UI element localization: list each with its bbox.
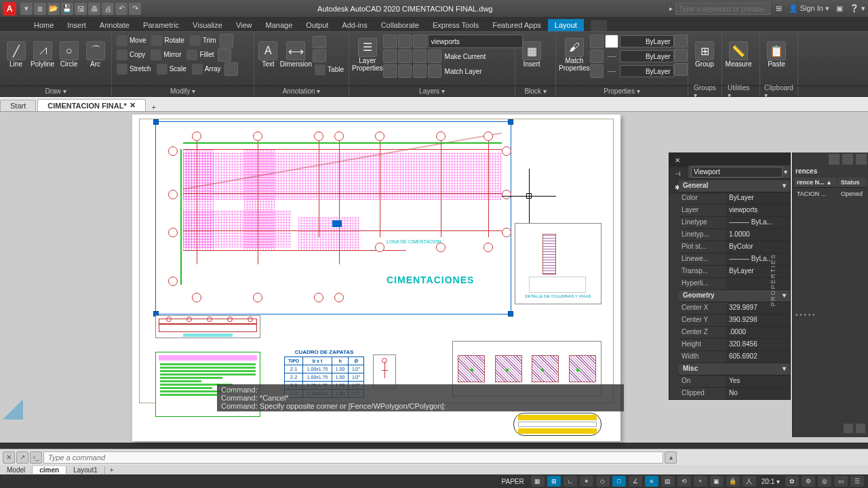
trim-button[interactable]: Trim bbox=[188, 34, 218, 47]
lweight-bylayer-select[interactable]: ByLayer bbox=[620, 50, 674, 62]
viewport-section[interactable] bbox=[155, 315, 260, 338]
snap-toggle-icon[interactable]: ⊞ bbox=[547, 476, 561, 487]
modify-ext3-icon[interactable] bbox=[224, 62, 238, 76]
color-white-icon[interactable] bbox=[605, 35, 618, 48]
xref-view1-icon[interactable] bbox=[844, 424, 853, 433]
tab-addons-icon[interactable] bbox=[591, 20, 607, 31]
viewport-mini-detail[interactable] bbox=[373, 354, 396, 388]
property-row[interactable]: Linetyp...1.0000 bbox=[679, 229, 790, 241]
annomonitor-icon[interactable]: + bbox=[694, 476, 707, 487]
palette-pin-icon[interactable]: ⊣ bbox=[672, 170, 683, 178]
customize-icon[interactable]: ☰ bbox=[850, 476, 864, 487]
property-row[interactable]: Width605.6902 bbox=[679, 351, 790, 363]
qat-menu-icon[interactable]: ▾ bbox=[20, 3, 33, 15]
property-row[interactable]: OnYes bbox=[679, 375, 790, 388]
help-icon[interactable]: ❔ ▾ bbox=[850, 4, 865, 13]
isolate-icon[interactable]: ◎ bbox=[818, 476, 831, 487]
tab-view[interactable]: View bbox=[229, 19, 259, 31]
measure-button[interactable]: 📏Measure bbox=[725, 33, 752, 76]
redo-icon[interactable]: ↷ bbox=[129, 3, 141, 15]
match-layer-button[interactable]: Match Layer bbox=[443, 64, 484, 78]
xref-attach-icon[interactable] bbox=[829, 154, 840, 165]
xref-refresh-icon[interactable] bbox=[842, 154, 853, 165]
cmd-recent-icon[interactable]: ↗ bbox=[16, 451, 28, 464]
cmd-close-icon[interactable]: ✕ bbox=[3, 451, 15, 464]
layer-freeze-icon[interactable] bbox=[398, 35, 412, 48]
dimension-button[interactable]: ⟷Dimension bbox=[279, 33, 313, 76]
file-tab-add[interactable]: + bbox=[147, 103, 161, 111]
mleader-icon[interactable] bbox=[313, 49, 326, 62]
property-row[interactable]: Center Z.0000 bbox=[679, 327, 790, 339]
prop-tool1-icon[interactable] bbox=[674, 35, 688, 47]
ortho-toggle-icon[interactable]: ∟ bbox=[564, 476, 577, 487]
layer-lock-icon[interactable] bbox=[413, 35, 427, 48]
group-button[interactable]: ⊞Group bbox=[691, 33, 718, 76]
ltype-icon[interactable] bbox=[590, 64, 604, 78]
block-insert-button[interactable]: ▦Insert bbox=[518, 33, 545, 76]
palette-close-icon[interactable]: ✕ bbox=[672, 157, 683, 164]
cat-misc[interactable]: Misc▾ bbox=[679, 363, 790, 375]
layer-select[interactable] bbox=[428, 35, 523, 48]
transparency-toggle-icon[interactable]: ▤ bbox=[661, 476, 675, 487]
lweight-icon[interactable] bbox=[590, 49, 604, 63]
workspace-icon[interactable]: ✿ bbox=[785, 476, 799, 487]
connect-icon[interactable]: ⊞ bbox=[776, 4, 782, 13]
layout-cimen-tab[interactable]: cimen bbox=[33, 466, 66, 474]
layer-state-icon[interactable] bbox=[383, 35, 397, 48]
tab-output[interactable]: Output bbox=[299, 19, 335, 31]
save-icon[interactable]: 💾 bbox=[61, 3, 73, 15]
tab-addins[interactable]: Add-ins bbox=[335, 19, 374, 31]
leader-icon[interactable] bbox=[313, 36, 326, 48]
otrack-toggle-icon[interactable]: ∠ bbox=[629, 476, 642, 487]
rotate-button[interactable]: Rotate bbox=[149, 34, 186, 47]
laytool3-icon[interactable] bbox=[413, 49, 427, 63]
plot-icon[interactable]: 🖶 bbox=[88, 3, 100, 15]
undo-icon[interactable]: ↶ bbox=[115, 3, 127, 15]
laytool4-icon[interactable] bbox=[428, 49, 441, 63]
polar-toggle-icon[interactable]: ✶ bbox=[580, 476, 593, 487]
osnap-toggle-icon[interactable]: □ bbox=[612, 476, 626, 487]
mirror-button[interactable]: Mirror bbox=[149, 48, 183, 62]
tab-annotate[interactable]: Annotate bbox=[93, 19, 136, 31]
tab-parametric[interactable]: Parametric bbox=[136, 19, 186, 31]
paste-button[interactable]: 📋Paste bbox=[763, 33, 790, 76]
new-icon[interactable]: 🗎 bbox=[34, 3, 46, 15]
laytool8-icon[interactable] bbox=[428, 64, 441, 78]
text-button[interactable]: AText bbox=[257, 33, 279, 76]
property-row[interactable]: ClippedNo bbox=[679, 388, 790, 399]
space-indicator[interactable]: PAPER bbox=[498, 478, 528, 485]
laytool6-icon[interactable] bbox=[398, 64, 412, 78]
command-input[interactable] bbox=[43, 451, 663, 464]
line-button[interactable]: ╱Line bbox=[3, 33, 29, 76]
annovisibility-icon[interactable]: 人 bbox=[743, 476, 756, 487]
file-tab-active[interactable]: CIMENTACION FINAL*✕ bbox=[37, 99, 146, 111]
external-references-palette[interactable]: rences rence N... ▲Status TACION ...Open… bbox=[792, 152, 868, 437]
grid-toggle-icon[interactable]: ▦ bbox=[531, 476, 545, 487]
xref-details-separator[interactable]: • • • • • bbox=[793, 308, 868, 321]
modify-ext1-icon[interactable] bbox=[220, 34, 233, 47]
drawing-area[interactable]: LOSA DE CIMENTACION CIMENTACIONES DETALL… bbox=[0, 112, 868, 443]
property-row[interactable]: Center Y390.9298 bbox=[679, 314, 790, 327]
stretch-button[interactable]: Stretch bbox=[115, 62, 153, 76]
properties-palette[interactable]: ✕ ⊣ ✱ ▾ General▾ ColorByLayerLayerviewpo… bbox=[669, 152, 791, 400]
tab-express[interactable]: Express Tools bbox=[426, 19, 486, 31]
viewport-main-plan[interactable]: LOSA DE CIMENTACION CIMENTACIONES bbox=[155, 121, 511, 314]
color-bylayer-select[interactable]: ByLayer bbox=[620, 35, 674, 47]
array-button[interactable]: Array bbox=[190, 62, 223, 76]
property-row[interactable]: Height320.8456 bbox=[679, 339, 790, 351]
color-swatch-icon[interactable] bbox=[590, 35, 604, 48]
property-row[interactable]: Layerviewports bbox=[679, 205, 790, 217]
layout1-tab[interactable]: Layout1 bbox=[66, 466, 105, 474]
vp-max-icon[interactable]: ▣ bbox=[710, 476, 724, 487]
cat-general[interactable]: General▾ bbox=[679, 180, 790, 192]
laytool2-icon[interactable] bbox=[398, 49, 412, 63]
fillet-button[interactable]: Fillet bbox=[184, 48, 216, 62]
help-search-input[interactable] bbox=[675, 3, 770, 15]
cmd-expand-icon[interactable]: ▴ bbox=[665, 451, 677, 464]
modify-ext2-icon[interactable] bbox=[218, 48, 231, 62]
lwt-toggle-icon[interactable]: ≡ bbox=[645, 476, 658, 487]
grip-tl[interactable] bbox=[153, 119, 159, 125]
grip-br[interactable] bbox=[508, 311, 513, 317]
tab-insert[interactable]: Insert bbox=[60, 19, 93, 31]
isodraft-toggle-icon[interactable]: ◇ bbox=[596, 476, 610, 487]
